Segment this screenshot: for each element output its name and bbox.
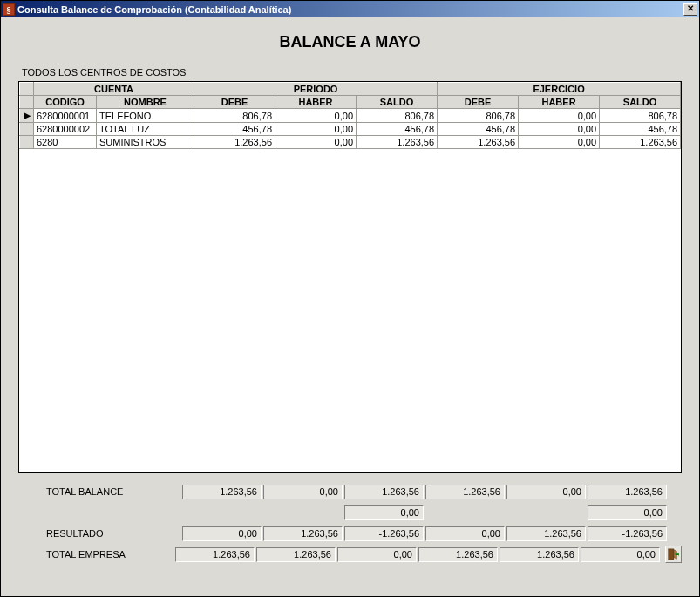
col-e-saldo[interactable]: SALDO xyxy=(600,96,681,109)
total-cell: 1.263,56 xyxy=(263,526,343,541)
total-empresa-label: TOTAL EMPRESA xyxy=(18,549,175,560)
cell-e-saldo: 806,78 xyxy=(600,109,681,123)
cell-e-debe: 1.263,56 xyxy=(438,136,519,149)
total-cell: 1.263,56 xyxy=(588,485,667,499)
cell-e-debe: 456,78 xyxy=(438,123,519,136)
total-cell: -1.263,56 xyxy=(344,526,424,541)
grid-container: CUENTA PERIODO EJERCICIO CODIGO NOMBRE D… xyxy=(18,81,682,473)
total-cell: 0,00 xyxy=(337,547,417,562)
row-indicator xyxy=(20,136,34,149)
main-title: BALANCE A MAYO xyxy=(10,33,690,51)
balance-grid[interactable]: CUENTA PERIODO EJERCICIO CODIGO NOMBRE D… xyxy=(19,82,682,149)
cell-p-saldo: 456,78 xyxy=(357,123,438,136)
cell-p-debe: 456,78 xyxy=(194,123,275,136)
col-nombre[interactable]: NOMBRE xyxy=(97,96,194,109)
cell-p-debe: 806,78 xyxy=(194,109,275,123)
cell-p-saldo: 806,78 xyxy=(357,109,438,123)
cell-p-haber: 0,00 xyxy=(275,123,357,136)
col-p-haber[interactable]: HABER xyxy=(275,96,357,109)
row-indicator xyxy=(20,123,34,136)
resultado-label: RESULTADO xyxy=(18,528,182,539)
resultado-row: RESULTADO 0,00 1.263,56 -1.263,56 0,00 1… xyxy=(18,526,682,541)
total-cell: 1.263,56 xyxy=(418,547,498,562)
table-row[interactable]: 6280SUMINISTROS1.263,560,001.263,561.263… xyxy=(20,136,683,149)
cell-e-haber: 0,00 xyxy=(519,136,600,149)
subtitle: TODOS LOS CENTROS DE COSTOS xyxy=(22,67,690,78)
total-cell: 1.263,56 xyxy=(425,485,505,499)
total-cell: -1.263,56 xyxy=(588,526,667,541)
group-header-cuenta: CUENTA xyxy=(34,83,194,96)
client-area: BALANCE A MAYO TODOS LOS CENTROS DE COST… xyxy=(1,17,699,596)
titlebar: § Consulta Balance de Comprobación (Cont… xyxy=(1,1,699,17)
cell-codigo: 6280000001 xyxy=(34,109,97,123)
table-row[interactable]: ▶6280000001TELEFONO806,780,00806,78806,7… xyxy=(20,109,683,123)
col-p-debe[interactable]: DEBE xyxy=(194,96,275,109)
cell-p-haber: 0,00 xyxy=(275,109,357,123)
total-cell: 0,00 xyxy=(425,526,505,541)
group-header-ejercicio: EJERCICIO xyxy=(438,83,681,96)
close-button[interactable]: ✕ xyxy=(683,3,697,16)
cell-e-saldo: 456,78 xyxy=(600,123,681,136)
row-indicator: ▶ xyxy=(20,109,34,123)
total-extra-row: 0,00 0,00 xyxy=(18,505,682,520)
cell-p-saldo: 1.263,56 xyxy=(357,136,438,149)
total-balance-row: TOTAL BALANCE 1.263,56 0,00 1.263,56 1.2… xyxy=(18,484,682,499)
total-cell: 0,00 xyxy=(182,526,262,541)
corner-cell xyxy=(20,83,34,96)
svg-rect-0 xyxy=(669,549,674,560)
scroll-column xyxy=(681,83,682,109)
total-cell: 1.263,56 xyxy=(182,485,262,499)
totals-area: TOTAL BALANCE 1.263,56 0,00 1.263,56 1.2… xyxy=(18,484,682,567)
cell-p-haber: 0,00 xyxy=(275,136,357,149)
total-balance-label: TOTAL BALANCE xyxy=(18,486,182,497)
cell-nombre: SUMINISTROS xyxy=(97,136,194,149)
cell-e-saldo: 1.263,56 xyxy=(600,136,681,149)
cell-p-debe: 1.263,56 xyxy=(194,136,275,149)
table-row[interactable]: 6280000002TOTAL LUZ456,780,00456,78456,7… xyxy=(20,123,683,136)
total-cell: 1.263,56 xyxy=(500,547,579,562)
total-cell: 1.263,56 xyxy=(506,526,586,541)
total-cell: 0,00 xyxy=(506,485,586,499)
cell-codigo: 6280 xyxy=(34,136,97,149)
cell-e-debe: 806,78 xyxy=(438,109,519,123)
cell-codigo: 6280000002 xyxy=(34,123,97,136)
window-frame: § Consulta Balance de Comprobación (Cont… xyxy=(0,0,700,597)
grid-header-columns: CODIGO NOMBRE DEBE HABER SALDO DEBE HABE… xyxy=(20,96,683,109)
col-e-debe[interactable]: DEBE xyxy=(438,96,519,109)
col-codigo[interactable]: CODIGO xyxy=(34,96,97,109)
total-cell: 1.263,56 xyxy=(175,547,255,562)
total-cell: 0,00 xyxy=(263,485,343,499)
col-e-haber[interactable]: HABER xyxy=(519,96,600,109)
total-cell: 0,00 xyxy=(344,505,424,520)
cell-nombre: TOTAL LUZ xyxy=(97,123,194,136)
exit-button[interactable] xyxy=(665,546,682,563)
cell-e-haber: 0,00 xyxy=(519,123,600,136)
grid-header-groups: CUENTA PERIODO EJERCICIO xyxy=(20,83,683,96)
cell-e-haber: 0,00 xyxy=(519,109,600,123)
app-icon: § xyxy=(3,3,15,16)
corner-cell xyxy=(20,96,34,109)
cell-nombre: TELEFONO xyxy=(97,109,194,123)
group-header-periodo: PERIODO xyxy=(194,83,438,96)
door-exit-icon xyxy=(667,548,679,560)
col-p-saldo[interactable]: SALDO xyxy=(357,96,438,109)
total-cell: 1.263,56 xyxy=(256,547,336,562)
total-cell: 1.263,56 xyxy=(344,485,424,499)
window-title: Consulta Balance de Comprobación (Contab… xyxy=(17,4,683,15)
total-cell: 0,00 xyxy=(588,505,667,520)
total-cell: 0,00 xyxy=(581,547,660,562)
total-empresa-row: TOTAL EMPRESA 1.263,56 1.263,56 0,00 1.2… xyxy=(18,546,682,562)
